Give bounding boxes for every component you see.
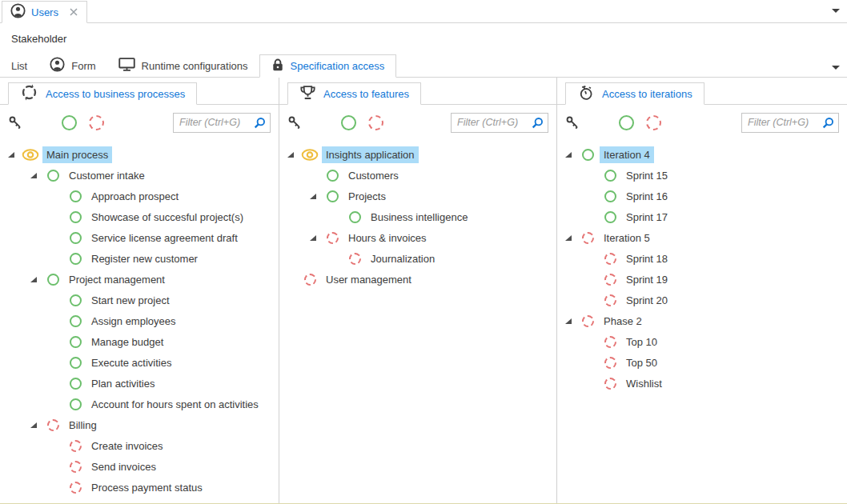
tree-row[interactable]: Billing [0, 414, 279, 435]
search-icon[interactable] [532, 117, 544, 129]
tab-specification-access[interactable]: Specification access [259, 54, 397, 78]
tree-row[interactable]: Execute activities [0, 352, 279, 373]
granted-icon[interactable] [66, 331, 84, 352]
tree-node-label[interactable]: Billing [65, 417, 101, 434]
tree-row[interactable]: Account for hours spent on activities [0, 394, 279, 414]
tree-node-label[interactable]: Projects [344, 188, 390, 205]
granted-icon[interactable] [346, 206, 363, 227]
tree-node-label[interactable]: Assign employees [87, 313, 180, 330]
grant-circle-icon[interactable] [62, 115, 77, 130]
granted-icon[interactable] [66, 227, 84, 248]
close-icon[interactable] [69, 7, 78, 17]
expander-icon[interactable] [30, 269, 44, 290]
denied-icon[interactable] [346, 248, 363, 269]
tree-node-label[interactable]: Account for hours spent on activities [87, 396, 263, 413]
deny-circle-icon[interactable] [646, 115, 661, 130]
tree-node-label[interactable]: Top 50 [622, 354, 661, 371]
tree-node-label[interactable]: Execute activities [87, 354, 175, 371]
tree-row[interactable]: Customer intake [0, 165, 279, 186]
search-icon[interactable] [254, 117, 266, 129]
denied-icon[interactable] [44, 414, 62, 435]
grant-circle-icon[interactable] [341, 115, 356, 130]
tree-row[interactable]: Project management [0, 269, 279, 290]
tree-row[interactable]: Sprint 16 [557, 186, 847, 206]
tree-node-label[interactable]: Process payment status [87, 479, 207, 496]
tree-node-label[interactable]: Service license agreement draft [87, 230, 242, 246]
tree-node-label[interactable]: Phase 2 [600, 313, 646, 330]
expander-icon[interactable] [310, 186, 323, 206]
tree-node-label[interactable]: Approach prospect [87, 188, 183, 205]
denied-icon[interactable] [579, 310, 596, 331]
tree-node-label[interactable]: Sprint 15 [622, 167, 672, 184]
tree-row[interactable]: Journalization [279, 248, 556, 269]
granted-icon[interactable] [66, 352, 84, 373]
eye-icon[interactable] [22, 144, 39, 165]
tree-row[interactable]: Sprint 18 [557, 248, 847, 269]
tree-node-label[interactable]: Manage budget [87, 334, 167, 350]
tree-row[interactable]: Showcase of succesful project(s) [0, 206, 279, 227]
filter-input[interactable] [179, 117, 254, 128]
tree-node-label[interactable]: Sprint 16 [622, 188, 672, 205]
expander-icon[interactable] [565, 310, 579, 331]
tree-row[interactable]: Register new customer [0, 248, 279, 269]
granted-icon[interactable] [601, 206, 619, 227]
expander-icon[interactable] [30, 165, 44, 186]
key-icon[interactable] [565, 115, 580, 130]
tree-node-label[interactable]: Insights application [322, 146, 419, 163]
tree-row[interactable]: Sprint 19 [557, 269, 847, 290]
tree-row[interactable]: Iteration 5 [557, 227, 847, 248]
granted-icon[interactable] [66, 310, 84, 331]
deny-circle-icon[interactable] [368, 115, 383, 130]
tree-node-label[interactable]: Iteration 4 [600, 146, 654, 163]
denied-icon[interactable] [601, 373, 619, 394]
denied-icon[interactable] [601, 290, 619, 310]
tree-row[interactable]: Sprint 15 [557, 165, 847, 186]
tree-node-label[interactable]: Sprint 17 [622, 209, 672, 226]
expander-icon[interactable] [310, 227, 323, 248]
chevron-down-icon[interactable] [832, 66, 840, 70]
tree-node-label[interactable]: Sprint 20 [622, 292, 672, 309]
tree-node-label[interactable]: Wishlist [622, 375, 666, 392]
tree-node-label[interactable]: Create invoices [87, 438, 167, 454]
tree-row[interactable]: Manage budget [0, 331, 279, 352]
denied-icon[interactable] [601, 248, 619, 269]
tab-form[interactable]: Form [38, 54, 106, 77]
expander-icon[interactable] [565, 144, 579, 165]
tree-node-label[interactable]: Business intelligence [367, 209, 472, 226]
key-icon[interactable] [8, 115, 23, 130]
expander-icon[interactable] [565, 227, 579, 248]
granted-icon[interactable] [66, 248, 84, 269]
tab-list[interactable]: List [0, 54, 38, 77]
tree-node-label[interactable]: Register new customer [87, 250, 202, 267]
denied-icon[interactable] [579, 227, 596, 248]
tree-row[interactable]: Top 50 [557, 352, 847, 373]
denied-icon[interactable] [601, 269, 619, 290]
granted-icon[interactable] [601, 186, 619, 206]
tree-row[interactable]: Sprint 20 [557, 290, 847, 310]
tree-row[interactable]: Main process [0, 144, 279, 165]
tree-node-label[interactable]: Send invoices [87, 458, 160, 475]
filter-input[interactable] [748, 117, 822, 128]
tree-node-label[interactable]: Iteration 5 [600, 230, 654, 246]
tree-row[interactable]: Create invoices [0, 435, 279, 456]
tree-row[interactable]: Wishlist [557, 373, 847, 394]
tree-row[interactable]: Approach prospect [0, 186, 279, 206]
tab-users[interactable]: Users [2, 1, 87, 23]
denied-icon[interactable] [66, 456, 84, 477]
tree-node-label[interactable]: Project management [65, 271, 169, 288]
tree-node-label[interactable]: Customer intake [65, 167, 149, 184]
granted-icon[interactable] [44, 269, 62, 290]
tree-row[interactable]: Send invoices [0, 456, 279, 477]
granted-icon[interactable] [579, 144, 596, 165]
tree-node-label[interactable]: Sprint 18 [622, 250, 672, 267]
tree-row[interactable]: Service license agreement draft [0, 227, 279, 248]
granted-icon[interactable] [66, 206, 84, 227]
denied-icon[interactable] [66, 435, 84, 456]
tree-node-label[interactable]: Top 10 [622, 334, 661, 350]
tree-node-label[interactable]: Showcase of succesful project(s) [87, 209, 247, 226]
tree-row[interactable]: Insights application [279, 144, 556, 165]
tab-runtime-configurations[interactable]: Runtime configurations [107, 54, 259, 77]
denied-icon[interactable] [601, 331, 619, 352]
granted-icon[interactable] [323, 186, 341, 206]
granted-icon[interactable] [66, 290, 84, 310]
